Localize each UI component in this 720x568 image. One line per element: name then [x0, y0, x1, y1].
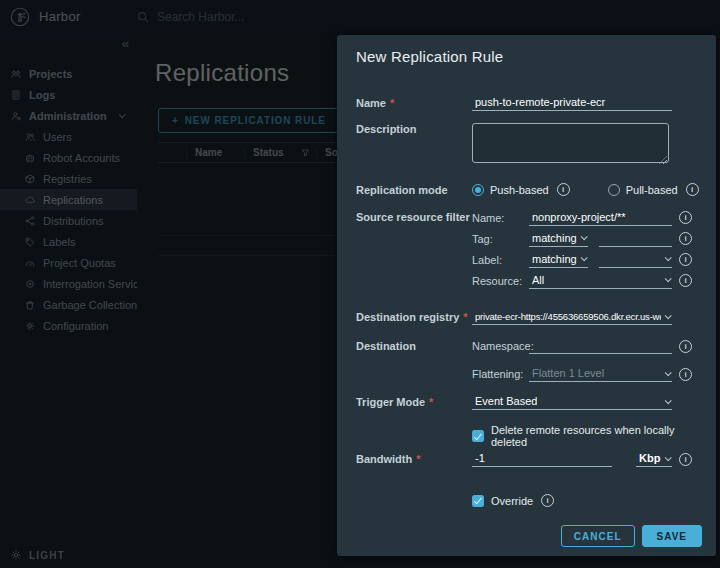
override-info-icon[interactable] — [541, 494, 554, 507]
destination-registry-label: Destination registry — [356, 311, 472, 323]
filter-name-input[interactable] — [529, 210, 672, 226]
override-checkbox[interactable] — [472, 495, 484, 507]
filter-label-label: Label: — [472, 254, 529, 266]
description-textarea[interactable] — [472, 123, 669, 163]
flattening-select[interactable]: Flatten 1 Level — [529, 366, 672, 382]
pull-based-info-icon[interactable] — [686, 183, 699, 196]
filter-resource-label: Resource: — [472, 275, 529, 287]
trigger-mode-select[interactable]: Event Based — [472, 394, 672, 410]
chevron-down-icon — [665, 397, 672, 404]
chevron-down-icon — [665, 275, 672, 282]
filter-tag-label: Tag: — [472, 233, 529, 245]
filter-name-label: Name: — [472, 212, 529, 224]
filter-label-info-icon[interactable] — [679, 253, 692, 266]
chevron-down-icon — [665, 454, 672, 461]
chevron-down-icon — [665, 312, 672, 319]
cancel-button[interactable]: CANCEL — [561, 525, 635, 547]
flattening-info-icon[interactable] — [679, 368, 692, 381]
chevron-down-icon — [581, 233, 588, 240]
namespace-info-icon[interactable] — [679, 340, 692, 353]
filter-tag-info-icon[interactable] — [679, 232, 692, 245]
delete-remote-checkbox[interactable] — [472, 430, 484, 442]
harbor-app: Harbor « Projects Logs Administration — [0, 0, 720, 568]
push-based-label: Push-based — [490, 184, 549, 196]
namespace-input[interactable] — [529, 338, 672, 354]
destination-registry-select[interactable]: private-ecr-https://455636659506.dkr.ecr… — [472, 309, 672, 325]
filter-tag-mode-select[interactable]: matching — [529, 231, 588, 247]
pull-based-radio[interactable] — [608, 184, 620, 196]
destination-label: Destination — [356, 340, 472, 352]
delete-remote-label: Delete remote resources when locally del… — [491, 424, 702, 448]
filter-resource-info-icon[interactable] — [679, 274, 692, 287]
filter-name-info-icon[interactable] — [679, 211, 692, 224]
new-replication-rule-modal: New Replication Rule Name Description Re… — [337, 35, 716, 556]
description-label: Description — [356, 123, 472, 135]
filter-resource-select[interactable]: All — [529, 273, 672, 289]
flattening-label: Flattening: — [472, 368, 529, 380]
bandwidth-input[interactable] — [472, 451, 612, 467]
bandwidth-info-icon[interactable] — [679, 453, 692, 466]
chevron-down-icon — [581, 254, 588, 261]
push-based-info-icon[interactable] — [557, 183, 570, 196]
name-label: Name — [356, 97, 472, 109]
bandwidth-unit-select[interactable]: Kbps — [636, 451, 672, 467]
trigger-mode-label: Trigger Mode — [356, 396, 472, 408]
modal-title: New Replication Rule — [356, 48, 503, 65]
filter-label-value-select[interactable] — [599, 252, 672, 268]
chevron-down-icon — [665, 369, 672, 376]
source-filter-label: Source resource filter — [356, 207, 472, 223]
push-based-radio[interactable] — [472, 184, 484, 196]
replication-mode-label: Replication mode — [356, 184, 472, 196]
filter-label-mode-select[interactable]: matching — [529, 252, 588, 268]
pull-based-label: Pull-based — [626, 184, 678, 196]
save-button[interactable]: SAVE — [642, 525, 703, 547]
chevron-down-icon — [665, 254, 672, 261]
name-input[interactable] — [472, 95, 672, 111]
namespace-label: Namespace: — [472, 340, 529, 352]
override-label: Override — [491, 495, 533, 507]
filter-tag-input[interactable] — [599, 231, 672, 247]
bandwidth-label: Bandwidth — [356, 453, 472, 465]
